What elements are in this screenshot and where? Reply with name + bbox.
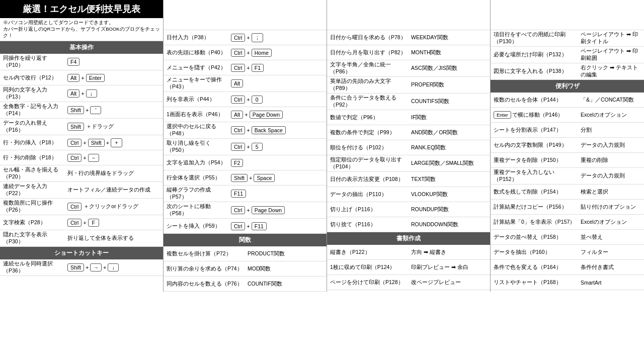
table-row: 計算結果「0」を非表示（P157） Excelのオプション	[491, 215, 644, 230]
basic-section-header: 基本操作	[0, 41, 163, 54]
table-row: 数式を残して削除（P154） 検索と選択	[491, 185, 644, 200]
table-row: 日付から曜日を求める（P78） WEEKDAY関数	[327, 30, 490, 45]
table-row: 1枚に収めて印刷（P124） 印刷プレビュー ➡ 余白	[327, 260, 490, 275]
table-row: 図形に文字を入れる（P138） 右クリック ➡ テキストの編集	[491, 63, 644, 80]
table-row: 同操作を繰り返す（P10） F4	[0, 54, 163, 70]
table-row: 文字検索（P28） Ctrl+F	[0, 215, 163, 230]
table-row: データの入れ替え（P16） Shift＋ドラッグ	[0, 119, 163, 135]
table-row: 指定順位のデータを取り出す（P104） LARGE関数／SMALL関数	[327, 155, 490, 172]
table-row: 同列の文字を入力（P13） Alt+↓	[0, 85, 163, 102]
table-row: 同内容のセルを数える（P76） COUNTIF関数	[164, 277, 327, 292]
table-row: データの抽出（P110） VLOOKUP関数	[327, 187, 490, 202]
table-row: 文字を半角／全角に統一（P86） ASC関数／JIS関数	[327, 60, 490, 77]
table-row: 日付の表示方法変更（P108） TEXT関数	[327, 172, 490, 187]
table-row: Enter で横に移動（P146） Excelのオプション	[491, 108, 644, 123]
table-row: 行・列の削除（P18） Ctrl+−	[0, 150, 163, 165]
table-row: 複数箇所に同じ操作（P26） Ctrl＋クリックorドラッグ	[0, 199, 163, 215]
table-row: セル幅・高さを揃える（P20） 列・行の境界線をドラッグ	[0, 165, 163, 182]
table-row: 条件で色を変える（P164） 条件付き書式	[491, 260, 644, 275]
table-row: 縦書き（P122） 方向 ➡ 縦書き	[327, 245, 490, 260]
benri-section-header: 便利ワザ	[491, 80, 644, 93]
table-row: シートを挿入（P59） Ctrl+F11	[164, 219, 327, 234]
table-row: 項目行をすべての用紙に印刷（P130） ページレイアウト ➡ 印刷タイトル	[491, 30, 644, 47]
shortcut-section-header: ショートカットキー	[0, 247, 163, 259]
table-row: 重複データを削除（P150） 重複の削除	[491, 153, 644, 168]
table-row: 割り算の余りを求める（P74） MOD関数	[164, 261, 327, 277]
table-row: 全角数字・記号を入力（P14） Shift+'	[0, 102, 163, 119]
table-row: 必要な場所だけ印刷（P132） ページレイアウト ➡ 印刷範囲	[491, 47, 644, 63]
table-row: 計算結果だけコピー（P156） 貼り付けのオプション	[491, 200, 644, 215]
table-row: 日付入力（P38） Ctrl+；	[164, 30, 327, 45]
table-row: 順位を付ける（P102） RANK.EQ関数	[327, 140, 490, 155]
table-row: 日付から月を取り出す（P82） MONTH関数	[327, 45, 490, 60]
key-f4: F4	[67, 58, 79, 66]
table-row: セル内で改行（P12） Alt+Enter	[0, 70, 163, 85]
table-row: 重複データを入力しない（P152） データの入力規則	[491, 168, 644, 185]
subtitle: ※パソコン用壁紙としてダウンロードできます。カバー折り返しのQRコードから、サプ…	[0, 18, 163, 41]
table-row: 連続データを入力（P22） オートフィル／連続データの作成	[0, 182, 163, 199]
table-row: メニューをキーで操作（P43） Alt	[164, 75, 327, 92]
table-row: 複数の条件で判定（P99） AND関数／OR関数	[327, 125, 490, 140]
table-row: 選択中のセルに戻る（P48） Ctrl+Back Space	[164, 122, 327, 139]
func-section-header: 関数	[164, 234, 327, 246]
doc-section-header: 書類作成	[327, 232, 490, 245]
table-row: 縦棒グラフの作成（P57） F11	[164, 186, 327, 202]
table-row: リストやチャート（P168） SmartArt	[491, 275, 644, 290]
table-row: 表の先頭に移動（P40） Ctrl+Home	[164, 45, 327, 60]
table-row: 行全体を選択（P55） Shift+Space	[164, 170, 327, 186]
table-row: メニューを隠す（P42） Ctrl+F1	[164, 60, 327, 75]
table-row: 文字を追加入力（P54） F2	[164, 155, 327, 170]
table-row: 次のシートに移動（P58） Ctrl+Page Down	[164, 202, 327, 219]
spacer2	[327, 0, 490, 30]
table-row: シートを分割表示（P147） 分割	[491, 123, 644, 138]
table-row: 切り上げ（P116） ROUNDUP関数	[327, 202, 490, 217]
spacer3	[491, 0, 644, 30]
table-row: 条件に合うデータを数える（P92） COUNTIFS関数	[327, 94, 490, 110]
table-row: 複数セルを掛け算（P72） PRODUCT関数	[164, 246, 327, 261]
table-row: 数値で判定（P96） IF関数	[327, 110, 490, 125]
table-row: 隠れた文字を表示（P30） 折り返して全体を表示する	[0, 230, 163, 247]
table-row: ページを分けて印刷（P128） 改ページプレビュー	[327, 275, 490, 290]
table-row: 切り捨て（P116） ROUNDDOWN関数	[327, 217, 490, 232]
table-row: データの並べ替え（P158） 並べ替え	[491, 230, 644, 245]
table-row: 行・列の挿入（P18） Ctrl+Shift+＋	[0, 135, 163, 150]
table-row: 1画面右を表示（P46） Alt+Page Down	[164, 107, 327, 122]
spacer	[164, 0, 327, 30]
page-title: 厳選！エクセル便利技早見表	[0, 0, 163, 18]
table-row: セル内の文字数制限（P149） データの入力規則	[491, 138, 644, 153]
table-row: 英単語の先頭のみ大文字（P89） PROPER関数	[327, 77, 490, 94]
table-row: 列を非表示（P44） Ctrl+0	[164, 92, 327, 107]
table-row: 連続セルを同時選択（P36） Shift+→+↓	[0, 259, 163, 276]
table-row: 複数のセルを合体（P144） 「&」／CONCAT関数	[491, 93, 644, 108]
table-row: 取り消し線を引く（P50） Ctrl+5	[164, 139, 327, 155]
table-row: データを抽出（P160） フィルター	[491, 245, 644, 260]
